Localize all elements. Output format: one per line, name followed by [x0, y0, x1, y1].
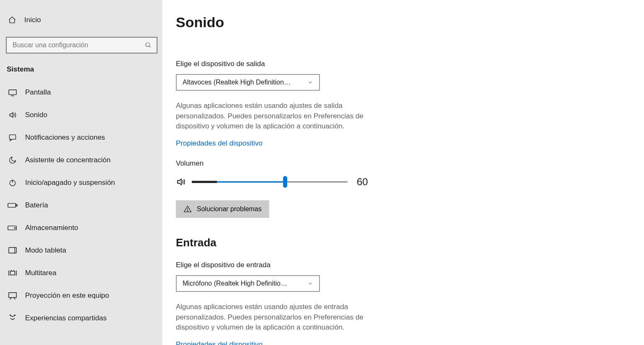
- svg-rect-15: [10, 271, 15, 275]
- svg-rect-11: [9, 248, 16, 253]
- sidebar-item-label: Sonido: [25, 111, 47, 119]
- multi-icon: [8, 269, 18, 277]
- slider-thumb[interactable]: [283, 176, 287, 188]
- power-icon: [8, 179, 18, 187]
- svg-point-10: [14, 227, 15, 228]
- output-device-value: Altavoces (Realtek High Definition…: [183, 79, 291, 86]
- sidebar-item-label: Modo tableta: [25, 246, 66, 255]
- sidebar-item-inicio-apagado[interactable]: Inicio/apagado y suspensión: [6, 171, 157, 194]
- sound-icon: [8, 111, 18, 119]
- sidebar-item-label: Notificaciones y acciones: [25, 133, 105, 142]
- notify-icon: [8, 133, 18, 142]
- slider-fill-dark: [192, 181, 217, 183]
- sidebar-item-multitarea[interactable]: Multitarea: [6, 262, 157, 284]
- svg-point-0: [146, 43, 149, 46]
- volume-control: 60: [176, 176, 631, 188]
- search-icon: [145, 42, 152, 49]
- output-description: Algunas aplicaciones están usando ajuste…: [176, 101, 377, 132]
- moon-icon: [8, 156, 18, 164]
- svg-line-1: [149, 46, 150, 47]
- sidebar-item-label: Batería: [25, 201, 48, 210]
- sidebar-item-modo-tableta[interactable]: Modo tableta: [6, 239, 157, 262]
- chevron-down-icon: [307, 79, 313, 85]
- search-input-container[interactable]: [6, 37, 157, 54]
- input-description: Algunas aplicaciones están usando ajuste…: [176, 302, 377, 333]
- sidebar-item-label: Inicio/apagado y suspensión: [25, 179, 115, 187]
- search-input[interactable]: [13, 41, 145, 49]
- sidebar-item-sonido[interactable]: Sonido: [6, 104, 157, 126]
- sidebar-item-label: Almacenamiento: [25, 224, 78, 232]
- sidebar-item-label: Asistente de concentración: [25, 156, 111, 164]
- sidebar-section-title: Sistema: [6, 65, 157, 74]
- home-link[interactable]: Inicio: [6, 13, 157, 28]
- home-label: Inicio: [24, 16, 41, 24]
- input-device-properties-link[interactable]: Propiedades del dispositivo: [176, 340, 263, 345]
- sidebar-item-bateria[interactable]: Batería: [6, 194, 157, 217]
- sidebar-item-label: Proyección en este equipo: [25, 291, 109, 300]
- svg-rect-8: [16, 204, 17, 206]
- speaker-icon: [176, 177, 186, 187]
- storage-icon: [8, 225, 18, 231]
- svg-point-22: [187, 210, 188, 211]
- sidebar-item-experiencias[interactable]: Experiencias compartidas: [6, 307, 157, 330]
- chevron-down-icon: [307, 281, 313, 286]
- sidebar-item-almacenamiento[interactable]: Almacenamiento: [6, 217, 157, 239]
- svg-rect-18: [9, 293, 16, 298]
- sidebar-item-label: Experiencias compartidas: [25, 314, 107, 322]
- output-device-label: Elige el dispositivo de salida: [176, 60, 631, 68]
- sidebar-item-label: Multitarea: [25, 269, 57, 277]
- tablet-icon: [8, 247, 18, 254]
- volume-value: 60: [357, 176, 368, 188]
- sidebar-item-pantalla[interactable]: Pantalla: [6, 81, 157, 104]
- svg-rect-7: [8, 203, 15, 207]
- troubleshoot-button[interactable]: Solucionar problemas: [176, 200, 269, 218]
- volume-label: Volumen: [176, 159, 631, 168]
- shared-icon: [8, 314, 18, 322]
- home-icon: [8, 16, 17, 24]
- sidebar-nav: Pantalla Sonido Notificaciones y accione…: [6, 81, 157, 330]
- svg-rect-4: [10, 135, 16, 139]
- display-icon: [8, 89, 18, 96]
- input-device-value: Micrófono (Realtek High Definitio…: [183, 280, 287, 287]
- output-device-dropdown[interactable]: Altavoces (Realtek High Definition…: [176, 74, 320, 91]
- input-device-dropdown[interactable]: Micrófono (Realtek High Definitio…: [176, 275, 320, 292]
- input-device-label: Elige el dispositivo de entrada: [176, 261, 631, 269]
- troubleshoot-label: Solucionar problemas: [197, 205, 262, 213]
- sidebar-item-label: Pantalla: [25, 88, 51, 97]
- sidebar: Inicio Sistema Pantalla Sonido No: [0, 0, 162, 345]
- svg-rect-2: [9, 90, 16, 95]
- output-device-properties-link[interactable]: Propiedades del dispositivo: [176, 139, 263, 148]
- sidebar-item-asistente[interactable]: Asistente de concentración: [6, 149, 157, 171]
- volume-slider[interactable]: [192, 177, 348, 187]
- sidebar-item-notificaciones[interactable]: Notificaciones y acciones: [6, 126, 157, 149]
- project-icon: [8, 291, 18, 300]
- sidebar-item-proyeccion[interactable]: Proyección en este equipo: [6, 284, 157, 307]
- warning-icon: [183, 205, 192, 213]
- input-heading: Entrada: [176, 236, 631, 249]
- battery-icon: [8, 202, 18, 208]
- page-title: Sonido: [176, 14, 631, 31]
- main-content: Sonido Elige el dispositivo de salida Al…: [162, 0, 644, 345]
